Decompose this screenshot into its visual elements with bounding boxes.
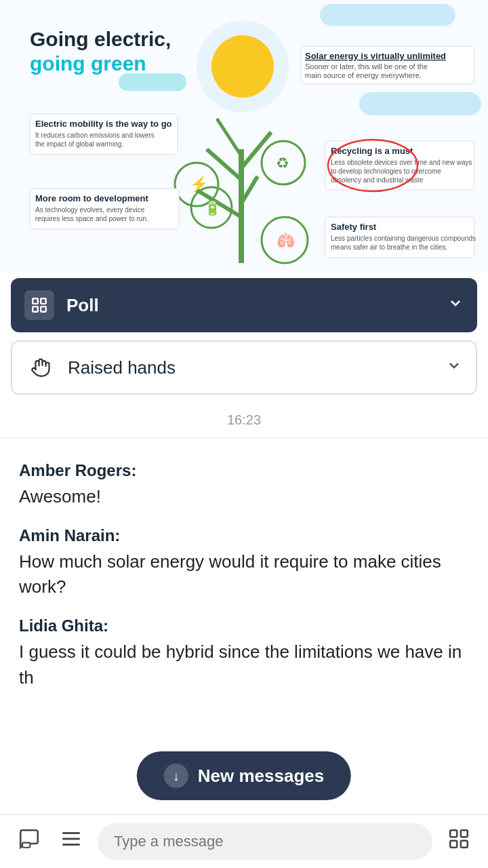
message-2-author: Amin Narain: xyxy=(19,526,469,545)
svg-text:Less particles containing dang: Less particles containing dangerous comp… xyxy=(331,235,476,242)
svg-text:Sooner or later, this will be : Sooner or later, this will be one of the xyxy=(305,62,428,71)
svg-text:🫁: 🫁 xyxy=(277,231,296,250)
svg-rect-46 xyxy=(33,307,38,312)
message-input[interactable] xyxy=(114,833,416,850)
poll-toolbar-icon[interactable] xyxy=(443,823,474,860)
message-2: Amin Narain: How much solar energy would… xyxy=(19,526,469,600)
svg-text:Electric mobility is the way t: Electric mobility is the way to go xyxy=(35,119,172,129)
svg-text:main source of energy everywhe: main source of energy everywhere. xyxy=(305,71,422,79)
svg-text:♻: ♻ xyxy=(276,155,289,172)
svg-rect-4 xyxy=(320,4,455,26)
message-1-author: Amber Rogers: xyxy=(19,461,469,480)
poll-chevron-icon xyxy=(447,295,464,315)
new-messages-label: New messages xyxy=(198,766,324,787)
svg-text:means safer air to breathe in : means safer air to breathe in the cities… xyxy=(331,243,447,251)
svg-point-7 xyxy=(211,35,274,98)
poll-icon xyxy=(24,290,54,320)
svg-text:It reduces carbon emissions an: It reduces carbon emissions and lowers xyxy=(35,132,155,139)
new-messages-button[interactable]: ↓ New messages xyxy=(137,751,351,800)
svg-rect-52 xyxy=(450,830,457,837)
svg-rect-54 xyxy=(450,841,457,848)
svg-text:Safety first: Safety first xyxy=(331,222,377,232)
new-messages-arrow-icon: ↓ xyxy=(164,764,188,788)
message-1-text: Awesome! xyxy=(19,484,469,510)
svg-text:🔋: 🔋 xyxy=(204,200,221,216)
raised-hands-section[interactable]: Raised hands xyxy=(11,340,477,395)
message-input-container[interactable] xyxy=(98,823,432,860)
raised-hands-icon xyxy=(26,353,56,382)
menu-icon[interactable] xyxy=(56,823,87,860)
svg-rect-55 xyxy=(461,841,468,848)
raised-hands-label: Raised hands xyxy=(68,357,446,378)
message-1: Amber Rogers: Awesome! xyxy=(19,461,469,510)
svg-text:to develop technologies to ove: to develop technologies to overcome xyxy=(331,167,441,175)
message-3-text: I guess it could be hybrid since the lim… xyxy=(19,639,469,690)
svg-text:the impact of global warming.: the impact of global warming. xyxy=(35,140,123,148)
svg-rect-53 xyxy=(461,830,468,837)
raised-hands-chevron-icon xyxy=(446,357,462,378)
chat-icon[interactable] xyxy=(14,823,45,860)
presentation-slide: Going electric, going green ⚡ 🔋 ♻ 🫁 xyxy=(0,0,488,271)
svg-rect-3 xyxy=(119,73,186,91)
svg-text:requires less space and power : requires less space and power to run. xyxy=(35,215,148,222)
poll-section[interactable]: Poll xyxy=(11,278,477,332)
svg-text:As technology evolves, every d: As technology evolves, every device xyxy=(35,206,145,214)
svg-rect-5 xyxy=(359,92,481,115)
svg-text:going green: going green xyxy=(30,52,146,75)
svg-rect-45 xyxy=(41,298,46,304)
message-3-author: Lidia Ghita: xyxy=(19,616,469,635)
svg-text:Solar energy is virtually unli: Solar energy is virtually unlimited xyxy=(305,51,446,61)
svg-text:Less obsolete devices over tim: Less obsolete devices over time and new … xyxy=(331,159,472,166)
message-3: Lidia Ghita: I guess it could be hybrid … xyxy=(19,616,469,690)
svg-rect-44 xyxy=(33,298,38,304)
message-2-text: How much solar energy would it require t… xyxy=(19,549,469,600)
poll-label: Poll xyxy=(66,295,447,316)
svg-text:More room to development: More room to development xyxy=(35,193,149,203)
svg-text:Going electric,: Going electric, xyxy=(30,28,171,50)
svg-rect-47 xyxy=(41,307,46,312)
svg-text:Recycling is a must: Recycling is a must xyxy=(331,146,413,156)
timestamp: 16:23 xyxy=(0,403,488,438)
svg-rect-48 xyxy=(22,843,30,848)
bottom-toolbar xyxy=(0,814,488,868)
